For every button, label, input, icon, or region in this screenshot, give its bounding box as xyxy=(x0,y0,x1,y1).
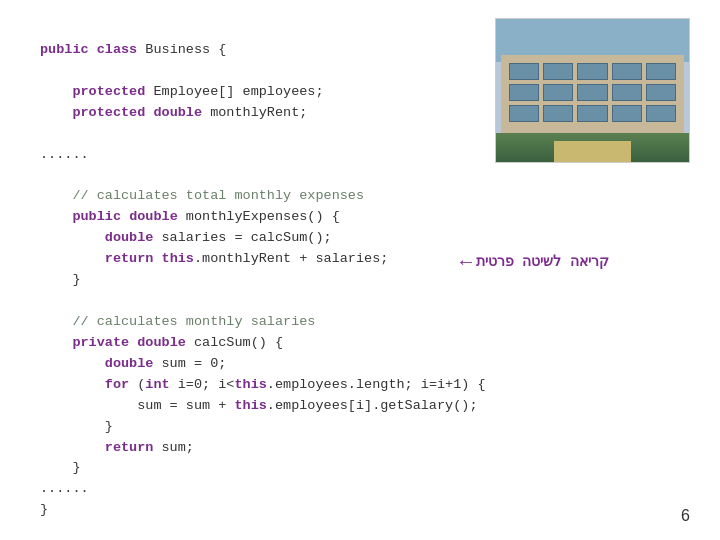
code-line-21: } xyxy=(40,458,680,479)
arrow-icon: ← xyxy=(460,247,472,278)
code-line-15: private double calcSum() { xyxy=(40,333,680,354)
window xyxy=(577,84,607,101)
code-line-close: } xyxy=(40,500,680,521)
building-photo xyxy=(495,18,690,163)
page-number: 6 xyxy=(681,507,690,525)
code-line-blank4 xyxy=(40,291,680,312)
window xyxy=(577,63,607,80)
window xyxy=(577,105,607,122)
code-line-10: double salaries = calcSum(); xyxy=(40,228,680,249)
building-windows xyxy=(509,63,676,122)
window xyxy=(509,84,539,101)
code-line-19: } xyxy=(40,417,680,438)
window xyxy=(646,84,676,101)
building-image xyxy=(496,19,689,162)
window xyxy=(612,105,642,122)
code-line-comment1: // calculates total monthly expenses xyxy=(40,186,680,207)
window xyxy=(646,63,676,80)
window xyxy=(612,84,642,101)
window xyxy=(612,63,642,80)
slide: public class Business { protected Employ… xyxy=(0,0,720,540)
code-line-16: double sum = 0; xyxy=(40,354,680,375)
window xyxy=(543,105,573,122)
window xyxy=(646,105,676,122)
code-line-18: sum = sum + this.employees[i].getSalary(… xyxy=(40,396,680,417)
code-line-20: return sum; xyxy=(40,438,680,459)
code-line-blank3 xyxy=(40,166,680,187)
code-line-comment2: // calculates monthly salaries xyxy=(40,312,680,333)
window xyxy=(509,105,539,122)
annotation-text: קריאה לשיטה פרטית xyxy=(476,252,609,274)
code-line-11: return this.monthlyRent + salaries;←קריא… xyxy=(40,249,680,270)
code-line-9: public double monthlyExpenses() { xyxy=(40,207,680,228)
window xyxy=(509,63,539,80)
code-line-17: for (int i=0; i<this.employees.length; i… xyxy=(40,375,680,396)
code-line-dots2: ...... xyxy=(40,479,680,500)
window xyxy=(543,63,573,80)
path xyxy=(554,141,631,162)
window xyxy=(543,84,573,101)
